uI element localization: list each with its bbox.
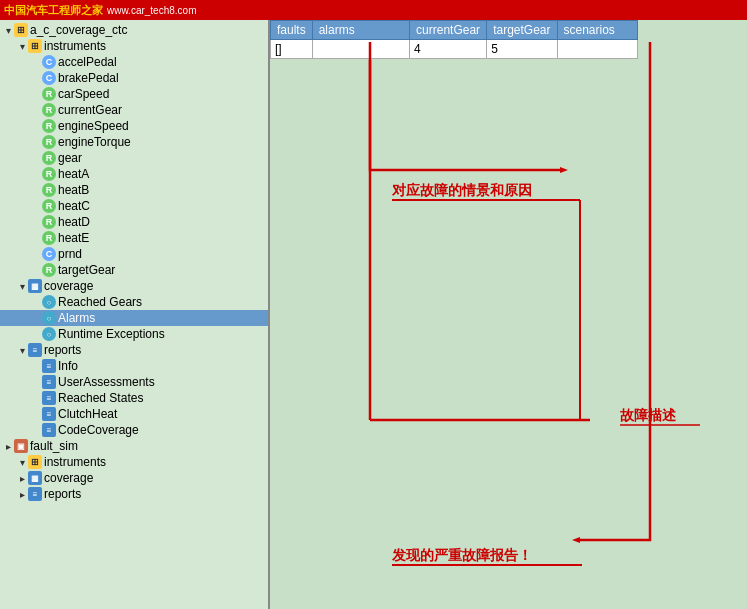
tree-label-runtimeExceptions: Runtime Exceptions	[58, 327, 165, 341]
tree-expander-prnd[interactable]	[30, 248, 42, 260]
tree-expander-faultSim[interactable]: ▸	[2, 440, 14, 452]
tree-expander-coverage[interactable]: ▾	[16, 280, 28, 292]
tree-node-heatA[interactable]: RheatA	[0, 166, 268, 182]
tree-node-root[interactable]: ▾⊞a_c_coverage_ctc	[0, 22, 268, 38]
tree-icon-heatB: R	[42, 183, 56, 197]
tree-expander-heatC[interactable]	[30, 200, 42, 212]
tree-node-faultInstruments[interactable]: ▾⊞instruments	[0, 454, 268, 470]
tree-node-brakePedal[interactable]: CbrakePedal	[0, 70, 268, 86]
tree-panel: ▾⊞a_c_coverage_ctc▾⊞instrumentsCaccelPed…	[0, 20, 270, 609]
tree-label-brakePedal: brakePedal	[58, 71, 119, 85]
tree-expander-targetGear[interactable]	[30, 264, 42, 276]
tree-expander-faultInstruments[interactable]: ▾	[16, 456, 28, 468]
svg-text:发现的严重故障报告！: 发现的严重故障报告！	[391, 547, 532, 563]
tree-icon-engineTorque: R	[42, 135, 56, 149]
tree-expander-faultCoverage[interactable]: ▸	[16, 472, 28, 484]
tree-node-heatB[interactable]: RheatB	[0, 182, 268, 198]
tree-expander-info[interactable]	[30, 360, 42, 372]
tree-label-engineSpeed: engineSpeed	[58, 119, 129, 133]
tree-expander-carSpeed[interactable]	[30, 88, 42, 100]
tree-expander-root[interactable]: ▾	[2, 24, 14, 36]
tree-icon-userAssessments: ≡	[42, 375, 56, 389]
tree-label-reachedStates: Reached States	[58, 391, 143, 405]
tree-icon-gear: R	[42, 151, 56, 165]
tree-label-coverage: coverage	[44, 279, 93, 293]
tree-node-faultSim[interactable]: ▸▣fault_sim	[0, 438, 268, 454]
tree-expander-heatA[interactable]	[30, 168, 42, 180]
tree-node-carSpeed[interactable]: RcarSpeed	[0, 86, 268, 102]
tree-node-reachedGears[interactable]: ○Reached Gears	[0, 294, 268, 310]
tree-expander-reachedStates[interactable]	[30, 392, 42, 404]
tree-expander-heatE[interactable]	[30, 232, 42, 244]
tree-expander-clutchHeat[interactable]	[30, 408, 42, 420]
tree-icon-heatA: R	[42, 167, 56, 181]
tree-label-engineTorque: engineTorque	[58, 135, 131, 149]
tree-label-heatC: heatC	[58, 199, 90, 213]
table-cell-alarms-0: heatB=damaged	[312, 40, 409, 59]
tree-node-heatD[interactable]: RheatD	[0, 214, 268, 230]
tree-expander-instruments[interactable]: ▾	[16, 40, 28, 52]
tree-expander-heatB[interactable]	[30, 184, 42, 196]
tree-container: ▾⊞a_c_coverage_ctc▾⊞instrumentsCaccelPed…	[0, 22, 268, 502]
tree-expander-userAssessments[interactable]	[30, 376, 42, 388]
tree-expander-accelPedal[interactable]	[30, 56, 42, 68]
tree-label-carSpeed: carSpeed	[58, 87, 109, 101]
tree-label-heatD: heatD	[58, 215, 90, 229]
table-row-0: []heatB=damaged45[s5, s14]	[271, 40, 638, 59]
table-header-targetGear: targetGear	[487, 21, 557, 40]
tree-node-clutchHeat[interactable]: ≡ClutchHeat	[0, 406, 268, 422]
tree-node-engineSpeed[interactable]: RengineSpeed	[0, 118, 268, 134]
top-banner: 中国汽车工程师之家 www.car_tech8.com	[0, 0, 747, 20]
tree-node-gear[interactable]: Rgear	[0, 150, 268, 166]
tree-node-codeCoverage[interactable]: ≡CodeCoverage	[0, 422, 268, 438]
tree-node-heatC[interactable]: RheatC	[0, 198, 268, 214]
tree-label-reachedGears: Reached Gears	[58, 295, 142, 309]
tree-node-targetGear[interactable]: RtargetGear	[0, 262, 268, 278]
tree-expander-faultReports[interactable]: ▸	[16, 488, 28, 500]
tree-expander-reachedGears[interactable]	[30, 296, 42, 308]
tree-node-engineTorque[interactable]: RengineTorque	[0, 134, 268, 150]
tree-expander-brakePedal[interactable]	[30, 72, 42, 84]
tree-node-reports[interactable]: ▾≡reports	[0, 342, 268, 358]
tree-node-instruments[interactable]: ▾⊞instruments	[0, 38, 268, 54]
tree-node-coverage[interactable]: ▾▦coverage	[0, 278, 268, 294]
tree-node-faultCoverage[interactable]: ▸▦coverage	[0, 470, 268, 486]
svg-text:对应故障的情景和原因: 对应故障的情景和原因	[391, 182, 532, 198]
tree-label-heatB: heatB	[58, 183, 89, 197]
tree-expander-engineTorque[interactable]	[30, 136, 42, 148]
tree-icon-info: ≡	[42, 359, 56, 373]
tree-node-prnd[interactable]: Cprnd	[0, 246, 268, 262]
tree-node-faultReports[interactable]: ▸≡reports	[0, 486, 268, 502]
tree-label-prnd: prnd	[58, 247, 82, 261]
tree-node-accelPedal[interactable]: CaccelPedal	[0, 54, 268, 70]
tree-expander-engineSpeed[interactable]	[30, 120, 42, 132]
tree-icon-faultInstruments: ⊞	[28, 455, 42, 469]
tree-expander-alarms[interactable]	[30, 312, 42, 324]
tree-node-heatE[interactable]: RheatE	[0, 230, 268, 246]
tree-node-reachedStates[interactable]: ≡Reached States	[0, 390, 268, 406]
tree-node-alarms[interactable]: ○Alarms	[0, 310, 268, 326]
table-header-scenarios: scenarios	[557, 21, 637, 40]
banner-logo: 中国汽车工程师之家	[4, 3, 103, 18]
tree-icon-currentGear: R	[42, 103, 56, 117]
tree-expander-currentGear[interactable]	[30, 104, 42, 116]
tree-node-currentGear[interactable]: RcurrentGear	[0, 102, 268, 118]
tree-expander-reports[interactable]: ▾	[16, 344, 28, 356]
tree-label-faultReports: reports	[44, 487, 81, 501]
tree-icon-coverage: ▦	[28, 279, 42, 293]
tree-expander-heatD[interactable]	[30, 216, 42, 228]
tree-icon-heatD: R	[42, 215, 56, 229]
tree-label-targetGear: targetGear	[58, 263, 115, 277]
table-cell-scenarios-0: [s5, s14]	[557, 40, 637, 59]
tree-expander-runtimeExceptions[interactable]	[30, 328, 42, 340]
tree-node-info[interactable]: ≡Info	[0, 358, 268, 374]
tree-icon-reachedStates: ≡	[42, 391, 56, 405]
table-header-currentGear: currentGear	[410, 21, 487, 40]
tree-expander-codeCoverage[interactable]	[30, 424, 42, 436]
tree-node-userAssessments[interactable]: ≡UserAssessments	[0, 374, 268, 390]
tree-label-clutchHeat: ClutchHeat	[58, 407, 117, 421]
tree-node-runtimeExceptions[interactable]: ○Runtime Exceptions	[0, 326, 268, 342]
svg-marker-0	[560, 167, 568, 173]
tree-icon-heatE: R	[42, 231, 56, 245]
tree-expander-gear[interactable]	[30, 152, 42, 164]
